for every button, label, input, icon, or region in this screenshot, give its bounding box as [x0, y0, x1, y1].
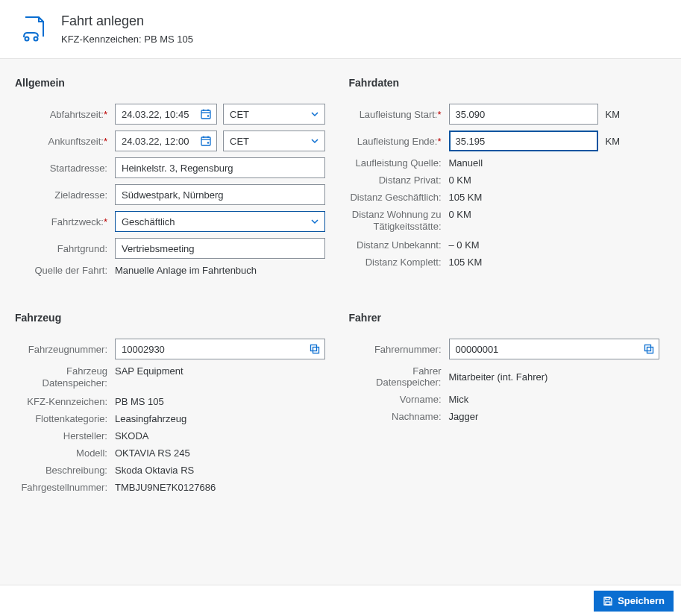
value-help-icon[interactable]: [310, 344, 320, 354]
startadresse-input[interactable]: [115, 157, 325, 178]
ankunftszeit-input[interactable]: [115, 131, 217, 151]
unit-km: KM: [606, 109, 621, 120]
flottenkategorie-value: Leasingfahrzeug: [115, 413, 186, 424]
label-laufleistung-ende: Laufleistung Ende:*: [349, 136, 449, 147]
fahrer-datenspeicher-value: Mitarbeiter (int. Fahrer): [449, 371, 548, 383]
label-fahrzeugnummer: Fahrzeugnummer:: [15, 344, 115, 355]
svg-rect-13: [313, 348, 319, 353]
distanz-unbekannt-value: – 0 KM: [449, 239, 480, 251]
save-icon: [603, 596, 613, 606]
svg-point-6: [207, 115, 209, 116]
distanz-privat-value: 0 KM: [449, 175, 471, 186]
section-title-fahrdaten: Fahrdaten: [349, 77, 667, 89]
section-fahrzeug: Fahrzeug Fahrzeugnummer: Fahrzeug Datens…: [15, 312, 333, 499]
page-header: Fahrt anlegen KFZ-Kennzeichen: PB MS 105: [0, 0, 681, 59]
label-kennzeichen: KFZ-Kennzeichen:: [15, 396, 115, 407]
svg-rect-7: [201, 137, 210, 145]
label-nachname: Nachname:: [349, 411, 449, 422]
label-distanz-geschaeftlich: Distanz Geschäftlich:: [349, 192, 449, 203]
label-startadresse: Startadresse:: [15, 163, 115, 174]
save-button-label: Speichern: [618, 595, 665, 606]
zieladresse-input[interactable]: [115, 184, 325, 205]
svg-point-0: [25, 37, 29, 41]
calendar-icon[interactable]: [200, 108, 212, 120]
svg-point-11: [207, 142, 209, 143]
svg-rect-16: [606, 597, 609, 600]
label-laufleistung-quelle: Laufleistung Quelle:: [349, 157, 449, 169]
label-fahrer-datenspeicher: Fahrer Datenspeicher:: [349, 365, 449, 388]
label-abfahrtszeit: Abfahrtszeit:*: [15, 109, 115, 120]
fahrtzweck-select[interactable]: [115, 211, 325, 232]
page-subtitle: KFZ-Kennzeichen: PB MS 105: [61, 34, 193, 45]
label-fahrtgrund: Fahrtgrund:: [15, 243, 115, 254]
label-vorname: Vorname:: [349, 394, 449, 405]
label-laufleistung-start: Laufleistung Start:*: [349, 109, 449, 120]
quelle-fahrt-value: Manuelle Anlage im Fahrtenbuch: [115, 265, 257, 276]
laufleistung-ende-input[interactable]: [449, 131, 598, 151]
label-hersteller: Hersteller:: [15, 430, 115, 441]
fahrernummer-input[interactable]: [449, 339, 659, 359]
label-fahrernummer: Fahrernummer:: [349, 344, 449, 355]
label-distanz-privat: Distanz Privat:: [349, 175, 449, 186]
distanz-geschaeftlich-value: 105 KM: [449, 192, 483, 203]
fahrgestellnummer-value: TMBJU9NE7K0127686: [115, 482, 216, 493]
fahrzeugnummer-input[interactable]: [115, 339, 325, 359]
label-fahrtzweck: Fahrtzweck:*: [15, 216, 115, 227]
distanz-komplett-value: 105 KM: [449, 257, 483, 268]
svg-rect-14: [644, 345, 650, 351]
beschreibung-value: Skoda Oktavia RS: [115, 465, 194, 476]
calendar-icon[interactable]: [200, 135, 212, 147]
abfahrtszeit-tz-select[interactable]: [223, 104, 325, 125]
section-fahrdaten: Fahrdaten Laufleistung Start:* KM Laufle…: [349, 77, 667, 282]
section-title-fahrer: Fahrer: [349, 312, 667, 324]
value-help-icon[interactable]: [644, 344, 654, 354]
svg-rect-12: [311, 345, 317, 351]
laufleistung-quelle-value: Manuell: [449, 157, 483, 169]
section-title-fahrzeug: Fahrzeug: [15, 312, 333, 324]
footer-bar: Speichern: [0, 585, 681, 616]
section-title-allgemein: Allgemein: [15, 77, 333, 89]
svg-rect-15: [647, 348, 653, 353]
fahrtgrund-input[interactable]: [115, 238, 325, 259]
save-button[interactable]: Speichern: [594, 591, 674, 612]
section-allgemein: Allgemein Abfahrtszeit:* Anku: [15, 77, 333, 282]
distanz-wohnung-value: 0 KM: [449, 209, 471, 220]
label-flottenkategorie: Flottenkategorie:: [15, 413, 115, 424]
svg-rect-17: [606, 602, 610, 605]
label-distanz-unbekannt: Distanz Unbekannt:: [349, 239, 449, 251]
fahrzeug-datenspeicher-value: SAP Equipment: [115, 365, 183, 377]
kennzeichen-value: PB MS 105: [115, 396, 164, 407]
label-zieladresse: Zieladresse:: [15, 189, 115, 201]
svg-point-1: [34, 37, 38, 41]
label-fahrzeug-datenspeicher: Fahrzeug Datenspeicher:: [15, 365, 115, 390]
chevron-down-icon[interactable]: [310, 109, 320, 119]
ankunftszeit-tz-select[interactable]: [223, 131, 325, 151]
car-document-icon: [18, 15, 48, 45]
nachname-value: Jagger: [449, 411, 479, 422]
label-distanz-komplett: Distanz Komplett:: [349, 257, 449, 268]
svg-rect-2: [201, 110, 210, 119]
chevron-down-icon[interactable]: [310, 136, 320, 146]
page-title: Fahrt anlegen: [61, 13, 193, 29]
unit-km: KM: [606, 136, 621, 147]
label-modell: Modell:: [15, 447, 115, 459]
modell-value: OKTAVIA RS 245: [115, 447, 190, 459]
label-ankunftszeit: Ankunftszeit:*: [15, 136, 115, 147]
vorname-value: Mick: [449, 394, 469, 405]
label-distanz-wohnung: Distanz Wohnung zu Tätigkeitsstätte:: [349, 209, 449, 233]
label-fahrgestellnummer: Fahrgestellnummer:: [15, 482, 115, 493]
hersteller-value: SKODA: [115, 430, 149, 441]
laufleistung-start-input[interactable]: [449, 104, 598, 125]
abfahrtszeit-input[interactable]: [115, 104, 217, 125]
section-fahrer: Fahrer Fahrernummer: Fahrer Datenspeiche…: [349, 312, 667, 499]
chevron-down-icon[interactable]: [310, 216, 320, 227]
label-beschreibung: Beschreibung:: [15, 465, 115, 476]
label-quelle-fahrt: Quelle der Fahrt:: [15, 265, 115, 276]
